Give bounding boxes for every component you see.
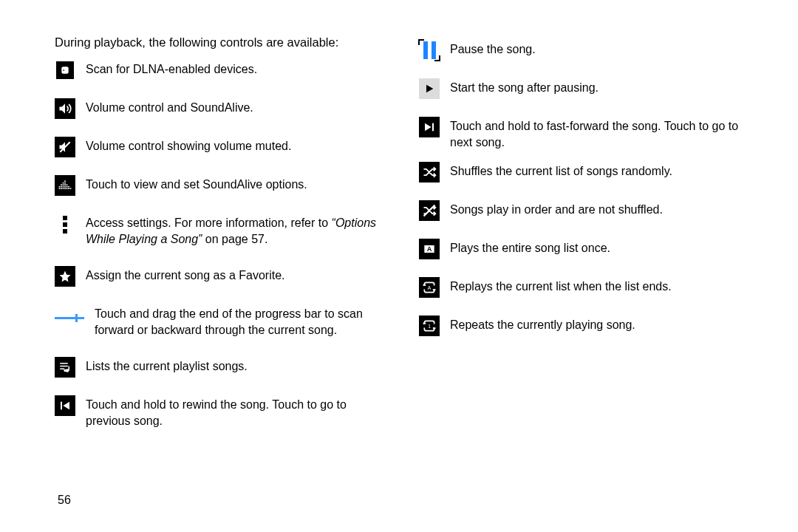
row-dlna: Scan for DLNA-enabled devices. — [55, 60, 389, 81]
page-number: 56 — [58, 494, 71, 507]
svg-text:A: A — [427, 245, 432, 253]
play-icon — [419, 78, 440, 99]
noshuffle-desc: Songs play in order and are not shuffled… — [450, 200, 754, 218]
row-shuffle: Shuffles the current list of songs rando… — [419, 162, 754, 183]
pause-desc: Pause the song. — [450, 40, 754, 58]
repeat1-desc: Repeats the currently playing song. — [450, 316, 754, 333]
svg-rect-15 — [64, 180, 66, 182]
row-favorite: Assign the current song as a Favorite. — [55, 266, 389, 287]
intro-text: During playback, the following controls … — [55, 35, 389, 50]
volume-desc: Volume control and SoundAlive. — [86, 98, 389, 116]
play-desc: Start the song after pausing. — [450, 78, 754, 96]
svg-rect-20 — [68, 186, 69, 188]
svg-rect-19 — [68, 188, 69, 189]
svg-rect-9 — [63, 184, 64, 185]
row-progress: Touch and drag the end of the progress b… — [55, 304, 389, 339]
svg-rect-10 — [63, 183, 64, 184]
svg-rect-23 — [60, 365, 68, 366]
replay-desc: Replays the current list when the list e… — [450, 277, 754, 295]
playlist-desc: Lists the current playlist songs. — [86, 357, 389, 375]
left-column: During playback, the following controls … — [55, 35, 389, 447]
muted-desc: Volume control showing volume muted. — [86, 137, 389, 154]
repeat-one-icon: 1 — [419, 316, 440, 336]
svg-rect-18 — [66, 184, 68, 185]
svg-point-0 — [63, 69, 64, 71]
rewind-icon — [55, 395, 75, 416]
row-eq: Touch to view and set SoundAlive options… — [55, 175, 389, 196]
no-shuffle-icon — [419, 200, 440, 221]
svg-rect-21 — [70, 188, 72, 189]
svg-rect-24 — [60, 368, 64, 369]
progress-bar-icon — [55, 307, 84, 321]
svg-text:A: A — [428, 284, 432, 290]
svg-line-30 — [424, 205, 435, 216]
progress-desc: Touch and drag the end of the progress b… — [95, 304, 389, 339]
star-icon — [55, 266, 75, 287]
svg-rect-16 — [66, 188, 68, 189]
dlna-icon — [55, 60, 75, 81]
settings-text-suffix: on page 57. — [202, 233, 267, 245]
favorite-desc: Assign the current song as a Favorite. — [86, 266, 389, 284]
svg-rect-22 — [60, 363, 68, 364]
forward-desc: Touch and hold to fast-forward the song.… — [450, 117, 754, 151]
svg-rect-13 — [64, 184, 66, 185]
row-rewind: Touch and hold to rewind the song. Touch… — [55, 395, 389, 430]
shuffle-icon — [419, 162, 440, 183]
more-icon — [55, 214, 75, 236]
shuffle-desc: Shuffles the current list of songs rando… — [450, 162, 754, 180]
svg-rect-7 — [63, 188, 64, 189]
row-settings: Access settings. For more information, r… — [55, 214, 389, 248]
settings-text-prefix: Access settings. For more information, r… — [86, 216, 332, 229]
row-noshuffle: Songs play in order and are not shuffled… — [419, 200, 754, 221]
eq-desc: Touch to view and set SoundAlive options… — [86, 175, 389, 193]
row-volume: Volume control and SoundAlive. — [55, 98, 389, 119]
pause-icon — [419, 40, 440, 61]
svg-rect-26 — [69, 366, 70, 370]
play-list-once-icon: A — [419, 239, 440, 259]
right-column: Pause the song. Start the song after pau… — [419, 35, 754, 447]
rewind-desc: Touch and hold to rewind the song. Touch… — [86, 395, 389, 430]
volume-muted-icon — [55, 137, 75, 157]
svg-rect-28 — [61, 401, 62, 409]
svg-rect-2 — [59, 188, 61, 189]
svg-rect-29 — [432, 123, 434, 132]
listonce-desc: Plays the entire song list once. — [450, 239, 754, 256]
svg-rect-6 — [61, 184, 62, 185]
settings-desc: Access settings. For more information, r… — [86, 214, 389, 248]
svg-rect-14 — [64, 183, 66, 184]
playlist-icon — [55, 357, 75, 378]
row-play: Start the song after pausing. — [419, 78, 754, 99]
svg-point-27 — [64, 369, 66, 371]
svg-text:1: 1 — [428, 323, 431, 328]
row-listonce: A Plays the entire song list once. — [419, 239, 754, 259]
row-repeat1: 1 Repeats the currently playing song. — [419, 316, 754, 336]
forward-icon — [419, 117, 440, 137]
svg-rect-12 — [64, 186, 66, 188]
dlna-desc: Scan for DLNA-enabled devices. — [86, 60, 389, 78]
row-pause: Pause the song. — [419, 40, 754, 61]
svg-rect-4 — [61, 188, 62, 189]
svg-rect-17 — [66, 186, 68, 188]
equalizer-icon — [55, 175, 75, 196]
repeat-all-icon: A — [419, 277, 440, 298]
row-playlist: Lists the current playlist songs. — [55, 357, 389, 378]
svg-rect-3 — [59, 186, 61, 188]
row-forward: Touch and hold to fast-forward the song.… — [419, 117, 754, 151]
page-content: During playback, the following controls … — [0, 0, 798, 454]
volume-icon — [55, 98, 75, 119]
svg-rect-8 — [63, 186, 64, 188]
row-muted: Volume control showing volume muted. — [55, 137, 389, 157]
svg-rect-5 — [61, 186, 62, 188]
svg-rect-11 — [64, 188, 66, 189]
row-replay: A Replays the current list when the list… — [419, 277, 754, 298]
